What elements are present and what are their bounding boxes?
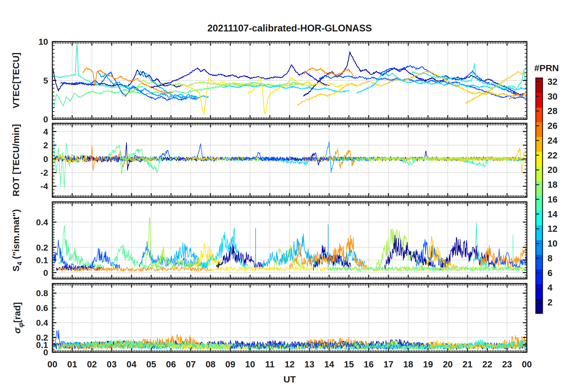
x-tick-label: 16: [364, 359, 374, 369]
vtec-ytick-label: 0: [43, 115, 48, 124]
panel-sigma-phi: 00.10.20.40.60.8σφ[rad]: [12, 282, 527, 357]
colorbar-band: [536, 284, 543, 299]
colorbar-tick-label: 12: [547, 224, 557, 234]
glonass-ionosphere-figure: 20211107-calibrated-HOR-GLONASS 0510VTEC…: [0, 0, 586, 392]
colorbar-tick-label: 28: [547, 106, 557, 116]
panel-vtec: 0510VTEC[TECU]: [11, 37, 527, 124]
colorbar-band: [536, 240, 543, 255]
colorbar-tick-label: 10: [547, 239, 557, 248]
x-tick-label: 13: [304, 359, 314, 369]
rot-ytick-label: -2: [40, 168, 48, 178]
x-tick-label: 23: [502, 359, 512, 369]
colorbar-tick-label: 16: [547, 194, 557, 204]
rot-y-axis-label: ROT [TECU/min]: [11, 124, 21, 197]
vtec-trace-prn14: [412, 63, 526, 89]
panel-rot: -4-2024ROT [TECU/min]: [11, 123, 527, 197]
x-tick-label: 15: [344, 359, 354, 369]
colorbar-tick-label: 8: [547, 253, 552, 263]
colorbar-band: [536, 269, 543, 284]
colorbar-band: [536, 299, 543, 313]
s4-trace-prn7: [53, 240, 84, 271]
colorbar-band: [536, 137, 543, 152]
sigma-phi-ytick-label: 0.4: [36, 318, 48, 328]
vtec-trace-prn22: [298, 71, 515, 105]
prn-colorbar: 2468101214161820222426283032: [536, 77, 557, 314]
rot-trace-prn9: [325, 141, 375, 173]
colorbar-tick-label: 14: [547, 209, 557, 219]
colorbar-tick-label: 20: [547, 165, 557, 175]
x-tick-label: 04: [127, 359, 136, 369]
colorbar-tick-label: 2: [547, 297, 552, 307]
x-tick-label: 07: [186, 359, 196, 369]
vtec-ytick-label: 10: [39, 37, 48, 47]
x-tick-label: 21: [462, 359, 472, 369]
sigma-phi-ytick-label: 0.2: [36, 333, 48, 342]
x-tick-label: 10: [245, 359, 255, 369]
colorbar-tick-label: 24: [547, 136, 557, 145]
vtec-trace-prn13: [53, 42, 143, 88]
x-tick-label: 19: [423, 359, 433, 369]
x-tick-label: 17: [384, 359, 393, 369]
panel-s4: 00.10.20.4S4 ("ism.mat"): [11, 202, 527, 279]
x-axis-label: UT: [52, 374, 527, 385]
colorbar-tick-label: 32: [547, 77, 557, 87]
s4-trace-prn13: [474, 223, 489, 268]
s4-series: [53, 210, 527, 276]
sigma-phi-ytick-label: 0.8: [36, 288, 48, 298]
rot-ytick-label: -4: [40, 182, 48, 191]
sigma-phi-y-axis-label: σφ[rad]: [12, 302, 25, 333]
x-tick-label: 00: [522, 359, 532, 369]
rot-ytick-label: 0: [43, 154, 48, 164]
colorbar-band: [536, 210, 543, 225]
x-tick-label: 14: [324, 359, 334, 369]
s4-ytick-label: 0.2: [36, 243, 48, 252]
x-tick-label: 01: [67, 359, 77, 369]
colorbar-band: [536, 108, 543, 122]
x-tick-label: 20: [443, 359, 453, 369]
x-tick-label: 02: [87, 359, 97, 369]
sigma-phi-series: [53, 282, 527, 351]
x-tick-label: 22: [482, 359, 492, 369]
rot-trace-prn22: [428, 148, 527, 173]
x-tick-label: 09: [225, 359, 235, 369]
x-tick-label: 06: [166, 359, 176, 369]
x-tick-label: 00: [47, 359, 57, 369]
colorbar-band: [536, 122, 543, 137]
x-tick-label: 03: [107, 359, 116, 369]
s4-trace-prn2: [313, 245, 351, 271]
colorbar-band: [536, 166, 543, 181]
colorbar-band: [536, 196, 543, 210]
colorbar-band: [536, 225, 543, 240]
colorbar-tick-label: 6: [547, 268, 552, 278]
colorbar-band: [536, 78, 543, 93]
sigma-phi-ytick-label: 0.6: [36, 303, 48, 313]
s4-trace-prn2: [217, 244, 264, 269]
vtec-y-axis-label: VTEC[TECU]: [11, 52, 21, 108]
rot-ytick-label: 4: [43, 127, 48, 137]
x-tick-label: 18: [403, 359, 413, 369]
colorbar-band: [536, 93, 543, 108]
s4-ytick-label: 0.4: [36, 218, 48, 227]
chart-canvas: 0510VTEC[TECU]-4-2024ROT [TECU/min]00.10…: [0, 0, 586, 392]
x-axis-tick-labels: 0001020304050607080910111213141516171819…: [47, 359, 532, 369]
rot-ytick-label: 2: [43, 141, 48, 150]
s4-ytick-label: 0: [43, 268, 48, 278]
x-tick-label: 08: [206, 359, 215, 369]
vtec-ytick-label: 5: [43, 76, 48, 85]
colorbar-title: #PRN: [528, 63, 565, 73]
colorbar-band: [536, 181, 543, 196]
colorbar-tick-label: 22: [547, 150, 557, 160]
x-tick-label: 05: [146, 359, 156, 369]
colorbar-tick-label: 30: [547, 92, 557, 101]
colorbar-tick-label: 26: [547, 121, 557, 131]
s4-ytick-label: 0.1: [36, 255, 48, 265]
vtec-trace-prn5: [380, 66, 523, 96]
s4-y-axis-label: S4 ("ism.mat"): [11, 209, 23, 272]
x-tick-label: 12: [285, 359, 295, 369]
colorbar-tick-label: 18: [547, 180, 557, 190]
x-tick-label: 11: [265, 359, 275, 369]
colorbar-band: [536, 255, 543, 269]
colorbar-tick-label: 4: [547, 283, 552, 292]
colorbar-band: [536, 152, 543, 166]
